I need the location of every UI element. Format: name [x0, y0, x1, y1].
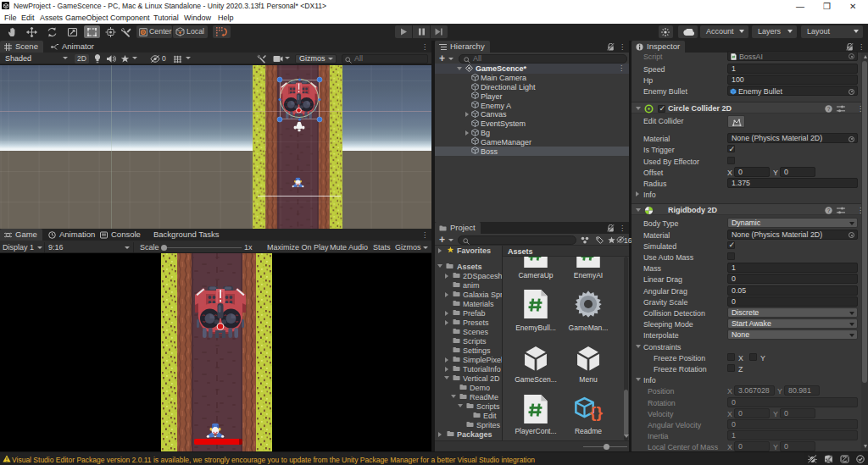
svg-text:?: ? — [827, 208, 831, 213]
svg-text:?: ? — [827, 106, 831, 112]
